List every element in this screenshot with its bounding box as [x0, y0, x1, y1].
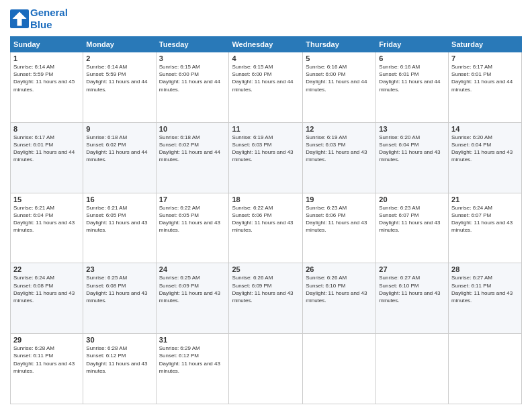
day-info: Sunrise: 6:15 AMSunset: 6:00 PMDaylight:… [232, 63, 300, 93]
day-info: Sunrise: 6:16 AMSunset: 6:01 PMDaylight:… [379, 63, 445, 93]
day-header-thursday: Thursday [303, 37, 376, 52]
calendar-cell [376, 334, 449, 404]
day-header-monday: Monday [83, 37, 156, 52]
day-info: Sunrise: 6:17 AMSunset: 6:01 PMDaylight:… [13, 134, 80, 164]
day-info: Sunrise: 6:18 AMSunset: 6:02 PMDaylight:… [159, 134, 226, 164]
calendar-cell: 29 Sunrise: 6:28 AMSunset: 6:11 PMDaylig… [11, 334, 83, 404]
day-number: 7 [451, 54, 519, 62]
day-info: Sunrise: 6:18 AMSunset: 6:02 PMDaylight:… [86, 134, 152, 164]
day-number: 17 [159, 195, 226, 203]
day-number: 29 [13, 336, 80, 344]
day-info: Sunrise: 6:20 AMSunset: 6:04 PMDaylight:… [451, 134, 519, 164]
calendar-cell: 20 Sunrise: 6:23 AMSunset: 6:07 PMDaylig… [376, 193, 449, 263]
day-number: 26 [306, 265, 373, 273]
calendar-cell: 26 Sunrise: 6:26 AMSunset: 6:10 PMDaylig… [303, 263, 376, 334]
day-number: 25 [232, 265, 300, 273]
calendar-cell: 13 Sunrise: 6:20 AMSunset: 6:04 PMDaylig… [376, 122, 449, 193]
day-info: Sunrise: 6:24 AMSunset: 6:08 PMDaylight:… [13, 274, 80, 304]
calendar-week-4: 22 Sunrise: 6:24 AMSunset: 6:08 PMDaylig… [11, 263, 522, 334]
day-header-tuesday: Tuesday [156, 37, 229, 52]
calendar-cell: 15 Sunrise: 6:21 AMSunset: 6:04 PMDaylig… [11, 193, 83, 263]
day-info: Sunrise: 6:17 AMSunset: 6:01 PMDaylight:… [451, 63, 519, 93]
day-number: 28 [451, 265, 519, 273]
calendar-cell [303, 334, 376, 404]
calendar-week-2: 8 Sunrise: 6:17 AMSunset: 6:01 PMDayligh… [11, 122, 522, 193]
day-number: 9 [86, 125, 152, 133]
calendar-cell: 18 Sunrise: 6:22 AMSunset: 6:06 PMDaylig… [229, 193, 303, 263]
day-number: 21 [451, 195, 519, 203]
calendar-cell [449, 334, 522, 404]
day-info: Sunrise: 6:22 AMSunset: 6:05 PMDaylight:… [159, 204, 226, 234]
logo-icon [10, 9, 29, 28]
day-number: 5 [306, 54, 373, 62]
calendar-cell: 3 Sunrise: 6:15 AMSunset: 6:00 PMDayligh… [156, 52, 229, 123]
day-info: Sunrise: 6:26 AMSunset: 6:09 PMDaylight:… [232, 274, 300, 304]
day-header-sunday: Sunday [11, 37, 83, 52]
calendar-cell: 23 Sunrise: 6:25 AMSunset: 6:08 PMDaylig… [83, 263, 156, 334]
calendar-cell: 10 Sunrise: 6:18 AMSunset: 6:02 PMDaylig… [156, 122, 229, 193]
calendar-table: SundayMondayTuesdayWednesdayThursdayFrid… [10, 36, 522, 404]
day-number: 30 [86, 336, 152, 344]
calendar-cell: 14 Sunrise: 6:20 AMSunset: 6:04 PMDaylig… [449, 122, 522, 193]
calendar-cell: 7 Sunrise: 6:17 AMSunset: 6:01 PMDayligh… [449, 52, 522, 123]
calendar-cell: 17 Sunrise: 6:22 AMSunset: 6:05 PMDaylig… [156, 193, 229, 263]
day-header-wednesday: Wednesday [229, 37, 303, 52]
day-info: Sunrise: 6:27 AMSunset: 6:11 PMDaylight:… [451, 274, 519, 304]
page: General Blue SundayMondayTuesdayWednesda… [0, 0, 532, 411]
day-info: Sunrise: 6:27 AMSunset: 6:10 PMDaylight:… [379, 274, 445, 304]
calendar-cell: 4 Sunrise: 6:15 AMSunset: 6:00 PMDayligh… [229, 52, 303, 123]
day-number: 2 [86, 54, 152, 62]
logo-text: General Blue [30, 7, 68, 31]
calendar-cell: 5 Sunrise: 6:16 AMSunset: 6:00 PMDayligh… [303, 52, 376, 123]
day-number: 18 [232, 195, 300, 203]
calendar-cell: 28 Sunrise: 6:27 AMSunset: 6:11 PMDaylig… [449, 263, 522, 334]
calendar-week-3: 15 Sunrise: 6:21 AMSunset: 6:04 PMDaylig… [11, 193, 522, 263]
calendar-cell: 16 Sunrise: 6:21 AMSunset: 6:05 PMDaylig… [83, 193, 156, 263]
day-info: Sunrise: 6:21 AMSunset: 6:05 PMDaylight:… [86, 204, 152, 234]
day-number: 6 [379, 54, 445, 62]
day-number: 11 [232, 125, 300, 133]
calendar-header-row: SundayMondayTuesdayWednesdayThursdayFrid… [11, 37, 522, 52]
day-info: Sunrise: 6:22 AMSunset: 6:06 PMDaylight:… [232, 204, 300, 234]
calendar-week-1: 1 Sunrise: 6:14 AMSunset: 5:59 PMDayligh… [11, 52, 522, 123]
logo-area: General Blue [10, 7, 68, 31]
day-number: 20 [379, 195, 445, 203]
day-header-friday: Friday [376, 37, 449, 52]
day-info: Sunrise: 6:19 AMSunset: 6:03 PMDaylight:… [306, 134, 373, 164]
day-info: Sunrise: 6:16 AMSunset: 6:00 PMDaylight:… [306, 63, 373, 93]
calendar-cell: 1 Sunrise: 6:14 AMSunset: 5:59 PMDayligh… [11, 52, 83, 123]
calendar-cell: 11 Sunrise: 6:19 AMSunset: 6:03 PMDaylig… [229, 122, 303, 193]
day-info: Sunrise: 6:20 AMSunset: 6:04 PMDaylight:… [379, 134, 445, 164]
calendar-cell: 25 Sunrise: 6:26 AMSunset: 6:09 PMDaylig… [229, 263, 303, 334]
day-info: Sunrise: 6:25 AMSunset: 6:08 PMDaylight:… [86, 274, 152, 304]
calendar-cell: 24 Sunrise: 6:25 AMSunset: 6:09 PMDaylig… [156, 263, 229, 334]
day-info: Sunrise: 6:28 AMSunset: 6:12 PMDaylight:… [86, 345, 152, 375]
day-number: 27 [379, 265, 445, 273]
calendar-cell: 30 Sunrise: 6:28 AMSunset: 6:12 PMDaylig… [83, 334, 156, 404]
calendar-body: 1 Sunrise: 6:14 AMSunset: 5:59 PMDayligh… [11, 52, 522, 404]
day-info: Sunrise: 6:26 AMSunset: 6:10 PMDaylight:… [306, 274, 373, 304]
calendar-cell: 19 Sunrise: 6:23 AMSunset: 6:06 PMDaylig… [303, 193, 376, 263]
day-number: 3 [159, 54, 226, 62]
day-number: 23 [86, 265, 152, 273]
calendar-week-5: 29 Sunrise: 6:28 AMSunset: 6:11 PMDaylig… [11, 334, 522, 404]
day-info: Sunrise: 6:29 AMSunset: 6:12 PMDaylight:… [159, 345, 226, 375]
day-info: Sunrise: 6:19 AMSunset: 6:03 PMDaylight:… [232, 134, 300, 164]
day-info: Sunrise: 6:15 AMSunset: 6:00 PMDaylight:… [159, 63, 226, 93]
calendar-cell: 8 Sunrise: 6:17 AMSunset: 6:01 PMDayligh… [11, 122, 83, 193]
day-info: Sunrise: 6:23 AMSunset: 6:07 PMDaylight:… [379, 204, 445, 234]
day-info: Sunrise: 6:21 AMSunset: 6:04 PMDaylight:… [13, 204, 80, 234]
calendar-cell: 31 Sunrise: 6:29 AMSunset: 6:12 PMDaylig… [156, 334, 229, 404]
day-number: 1 [13, 54, 80, 62]
calendar-cell: 2 Sunrise: 6:14 AMSunset: 5:59 PMDayligh… [83, 52, 156, 123]
calendar-cell: 12 Sunrise: 6:19 AMSunset: 6:03 PMDaylig… [303, 122, 376, 193]
day-info: Sunrise: 6:14 AMSunset: 5:59 PMDaylight:… [86, 63, 152, 93]
day-info: Sunrise: 6:23 AMSunset: 6:06 PMDaylight:… [306, 204, 373, 234]
calendar-cell: 9 Sunrise: 6:18 AMSunset: 6:02 PMDayligh… [83, 122, 156, 193]
day-info: Sunrise: 6:25 AMSunset: 6:09 PMDaylight:… [159, 274, 226, 304]
day-number: 16 [86, 195, 152, 203]
day-number: 24 [159, 265, 226, 273]
day-number: 10 [159, 125, 226, 133]
calendar-cell: 22 Sunrise: 6:24 AMSunset: 6:08 PMDaylig… [11, 263, 83, 334]
day-number: 4 [232, 54, 300, 62]
